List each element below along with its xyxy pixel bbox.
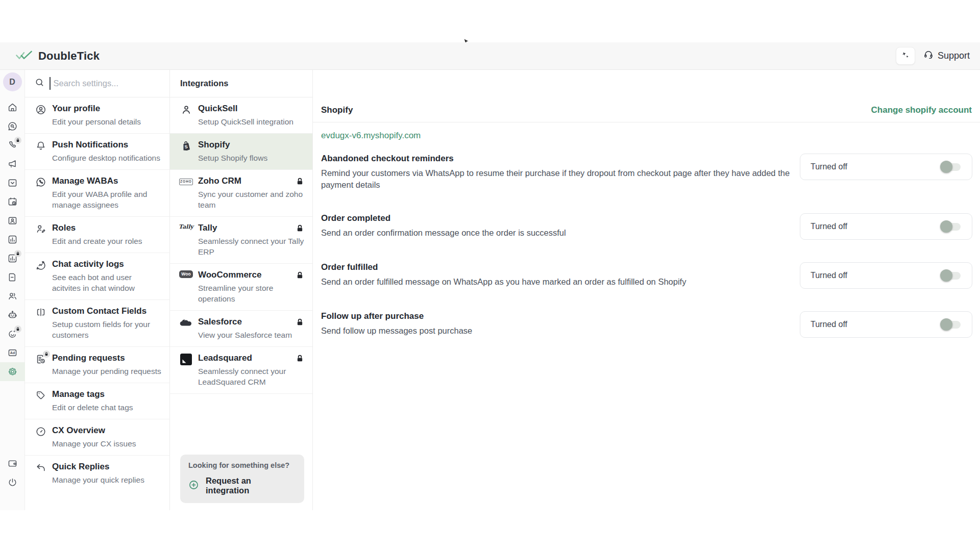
request-integration-button[interactable]: Request an integration xyxy=(188,476,296,495)
rail-chatbot-icon[interactable] xyxy=(0,306,25,324)
rail-logout-icon[interactable] xyxy=(0,473,25,492)
sidebar-item-title: Your profile xyxy=(52,103,141,114)
bell-icon xyxy=(35,140,46,163)
sidebar-item-roles[interactable]: Roles Edit and create your roles xyxy=(25,217,169,253)
toggle-row-desc: Remind your customers via WhatsApp to re… xyxy=(321,167,798,191)
rail-analytics-icon[interactable] xyxy=(0,230,25,249)
user-circle-icon xyxy=(35,104,46,127)
tally-logo-icon: Tally xyxy=(179,223,193,230)
reply-arrow-icon xyxy=(35,462,46,485)
avatar[interactable]: D xyxy=(3,72,22,91)
sidebar-item-desc: Edit your personal details xyxy=(52,116,141,127)
sidebar-item-manage-tags[interactable]: Manage tags Edit or delete chat tags xyxy=(25,383,169,419)
toggle-row-title: Abandoned checkout reminders xyxy=(321,154,798,164)
integration-desc: View your Salesforce team xyxy=(198,330,292,340)
sparkles-icon xyxy=(901,51,910,61)
integration-item-salesforce[interactable]: Salesforce View your Salesforce team xyxy=(170,311,312,347)
toggle-knob xyxy=(940,161,952,173)
support-button[interactable]: Support xyxy=(923,49,970,62)
integration-name: Tally xyxy=(198,222,305,233)
leadsquared-logo-icon xyxy=(179,354,193,387)
toggle-row-desc: Send follow up messages post purchase xyxy=(321,325,798,337)
search-icon xyxy=(35,78,44,89)
toggle-card: Turned off xyxy=(800,311,972,338)
rail-reports-icon[interactable] xyxy=(0,249,25,268)
integration-item-tally[interactable]: Tally Tally Seamlessly connect your Tall… xyxy=(170,217,312,264)
sidebar-item-custom-contact-fields[interactable]: Custom Contact Fields Setup custom field… xyxy=(25,300,169,347)
shopify-settings-panel: Shopify Change shopify account evdugx-v6… xyxy=(313,70,980,510)
sidebar-item-title: Manage WABAs xyxy=(52,176,162,186)
sidebar-item-chat-activity-logs[interactable]: Chat activity logs See each bot and user… xyxy=(25,253,169,300)
toggle-row-title: Order fulfilled xyxy=(321,262,798,272)
sidebar-item-quick-replies[interactable]: Quick Replies Manage your quick replies xyxy=(25,456,169,491)
sidebar-item-push-notifications[interactable]: Push Notifications Configure desktop not… xyxy=(25,134,169,170)
toggle-switch[interactable] xyxy=(942,223,961,231)
toggle-row-follow-up: Follow up after purchase Send follow up … xyxy=(321,311,972,338)
quicksell-logo-icon xyxy=(179,104,193,127)
ad-label: Ad xyxy=(10,351,14,355)
toggle-row-desc: Send an order fulfilled message on Whats… xyxy=(321,276,798,288)
rail-magic-icon[interactable] xyxy=(0,324,25,343)
sidebar-item-desc: Configure desktop notifications xyxy=(52,153,160,163)
integration-item-quicksell[interactable]: QuickSell Setup QuickSell integration xyxy=(170,97,312,134)
lock-badge-icon xyxy=(43,350,50,358)
request-integration-card: Looking for something else? Request an i… xyxy=(180,455,304,503)
search-input[interactable] xyxy=(54,79,166,88)
integration-item-shopify[interactable]: S Shopify Setup Shopify flows xyxy=(170,134,312,170)
toggle-state-label: Turned off xyxy=(811,271,847,280)
toggle-knob xyxy=(940,318,952,331)
sidebar-item-desc: Manage your CX issues xyxy=(52,438,136,449)
integration-item-zoho-crm[interactable]: ZOHO Zoho CRM Sync your customer and zoh… xyxy=(170,170,312,217)
rail-documents-icon[interactable] xyxy=(0,268,25,287)
rail-broadcast-icon[interactable] xyxy=(0,155,25,173)
rail-inbox-icon[interactable] xyxy=(0,173,25,192)
request-integration-label: Request an integration xyxy=(206,476,296,495)
sidebar-item-desc: Setup custom fields for your customers xyxy=(52,319,162,340)
store-url-link[interactable]: evdugx-v6.myshopify.com xyxy=(321,131,421,141)
toggle-switch[interactable] xyxy=(942,163,961,171)
rail-contact-card-icon[interactable] xyxy=(0,211,25,230)
sidebar-item-title: Roles xyxy=(52,222,142,233)
sidebar-item-title: Chat activity logs xyxy=(52,259,162,269)
integration-name: Zoho CRM xyxy=(198,176,305,186)
rail-ads-icon[interactable]: Ad xyxy=(0,343,25,362)
shopify-logo-icon: S xyxy=(179,140,193,163)
toggle-knob xyxy=(940,220,952,233)
integration-name: Salesforce xyxy=(198,316,292,327)
toggle-switch[interactable] xyxy=(942,321,961,329)
toggle-switch[interactable] xyxy=(942,272,961,280)
sidebar-item-manage-wabas[interactable]: Manage WABAs Edit your WABA profile and … xyxy=(25,170,169,217)
rail-chat-search-icon[interactable] xyxy=(0,117,25,136)
gauge-icon xyxy=(35,426,46,449)
sidebar-item-desc: Manage your quick replies xyxy=(52,474,144,485)
toggle-knob xyxy=(940,269,952,282)
toggle-row-title: Follow up after purchase xyxy=(321,311,798,321)
sidebar-item-cx-overview[interactable]: CX Overview Manage your CX issues xyxy=(25,419,169,456)
change-shopify-account-link[interactable]: Change shopify account xyxy=(871,105,972,115)
integration-desc: Setup QuickSell integration xyxy=(198,116,293,127)
integration-item-leadsquared[interactable]: Leadsquared Seamlessly connect your Lead… xyxy=(170,347,312,394)
integration-item-woocommerce[interactable]: Woo WooCommerce Streamline your store op… xyxy=(170,264,312,311)
integration-name: WooCommerce xyxy=(198,269,305,280)
user-pen-icon xyxy=(35,223,46,246)
ai-sparkle-button[interactable] xyxy=(896,47,915,65)
support-label: Support xyxy=(938,51,970,61)
integration-desc: Setup Shopify flows xyxy=(198,153,267,163)
sidebar-item-title: Quick Replies xyxy=(52,461,144,472)
rail-calls-icon[interactable] xyxy=(0,136,25,155)
toggle-row-abandoned-checkout: Abandoned checkout reminders Remind your… xyxy=(321,154,972,191)
toggle-row-title: Order completed xyxy=(321,213,798,223)
rail-wallet-icon[interactable] xyxy=(0,454,25,473)
rail-settings-icon[interactable] xyxy=(0,362,25,381)
integration-name: Shopify xyxy=(198,139,267,150)
toggle-state-label: Turned off xyxy=(811,222,847,231)
lock-icon xyxy=(296,318,304,328)
headset-icon xyxy=(923,49,934,62)
rail-home-icon[interactable] xyxy=(0,98,25,117)
sidebar-item-your-profile[interactable]: Your profile Edit your personal details xyxy=(25,97,169,134)
lock-icon xyxy=(296,224,304,234)
rail-team-icon[interactable] xyxy=(0,287,25,306)
sidebar-item-pending-requests[interactable]: Pending requests Manage your pending req… xyxy=(25,347,169,383)
request-integration-question: Looking for something else? xyxy=(188,461,296,469)
rail-calendar-clock-icon[interactable] xyxy=(0,192,25,211)
